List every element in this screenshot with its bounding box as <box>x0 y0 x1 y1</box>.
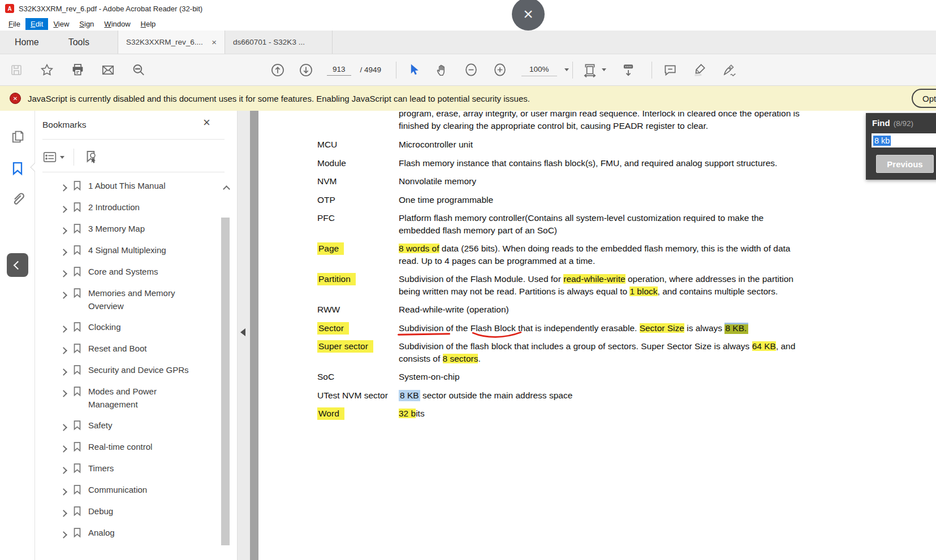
document-tab-1[interactable]: S32K3XXRM_rev_6....× <box>118 31 225 54</box>
bookmark-label[interactable]: 2 Introduction <box>88 201 140 214</box>
menu-view[interactable]: View <box>48 18 74 30</box>
collapse-panel-button[interactable] <box>7 253 28 277</box>
description-line: Read-while-write (operation) <box>399 303 509 316</box>
options-button[interactable]: Options <box>912 89 936 108</box>
warning-error-icon: ✕ <box>10 93 21 104</box>
page-scrolling-icon[interactable] <box>621 63 636 77</box>
menu-sign[interactable]: Sign <box>74 18 99 30</box>
expand-chevron-icon[interactable] <box>61 487 66 497</box>
next-page-icon[interactable] <box>299 63 313 77</box>
bookmark-label[interactable]: Reset and Boot <box>88 342 146 355</box>
find-current-bookmark-icon[interactable] <box>83 149 99 165</box>
bookmark-label[interactable]: 3 Memory Map <box>88 222 145 235</box>
bookmark-item[interactable]: Memories and Memory Overview <box>61 286 214 312</box>
document-tab-2[interactable]: ds660701 - S32K3 ... <box>225 31 333 54</box>
bookmark-item[interactable]: Safety <box>61 419 214 432</box>
bookmark-item[interactable]: Clocking <box>61 320 214 334</box>
bookmark-label[interactable]: 4 Signal Multiplexing <box>88 244 166 257</box>
bookmark-item[interactable]: Modes and Power Management <box>61 385 214 411</box>
tab-close-icon[interactable]: × <box>212 38 217 46</box>
expand-chevron-icon[interactable] <box>61 324 66 334</box>
print-icon[interactable] <box>70 63 85 77</box>
bookmark-label[interactable]: 1 About This Manual <box>88 179 165 192</box>
definition-row: UTest NVM sector8 KB sector outside the … <box>317 389 795 402</box>
tab-tools[interactable]: Tools <box>54 31 104 54</box>
bookmark-label[interactable]: Analog <box>88 526 115 539</box>
bookmarks-scrollbar-thumb[interactable] <box>221 218 230 545</box>
bookmark-item[interactable]: 4 Signal Multiplexing <box>61 244 214 257</box>
bookmark-label[interactable]: Real-time control <box>88 440 152 453</box>
bookmark-label[interactable]: Security and Device GPRs <box>88 363 189 376</box>
attachments-icon[interactable] <box>10 191 25 207</box>
menu-window[interactable]: Window <box>99 18 135 30</box>
bookmark-options-icon[interactable] <box>42 150 64 164</box>
expand-chevron-icon[interactable] <box>61 529 66 540</box>
definition-row: Word32 bits <box>317 407 795 420</box>
bookmark-label[interactable]: Clocking <box>88 320 121 333</box>
expand-chevron-icon[interactable] <box>61 367 66 377</box>
expand-chevron-icon[interactable] <box>61 225 66 236</box>
bookmark-label[interactable]: Debug <box>88 505 113 518</box>
current-page-input[interactable]: 913 <box>327 64 351 76</box>
panel-splitter[interactable] <box>238 111 250 560</box>
expand-chevron-icon[interactable] <box>61 204 66 214</box>
find-previous-button[interactable]: Previous <box>876 155 934 173</box>
expand-chevron-icon[interactable] <box>61 290 66 300</box>
bookmark-item[interactable]: Analog <box>61 526 214 540</box>
fill-sign-icon[interactable] <box>722 63 736 77</box>
close-panel-icon[interactable]: × <box>203 116 210 129</box>
bookmark-item[interactable]: Timers <box>61 462 214 475</box>
previous-page-icon[interactable] <box>270 63 285 77</box>
highlighter-icon[interactable] <box>692 63 707 77</box>
menu-help[interactable]: Help <box>136 18 161 30</box>
fit-dropdown-caret[interactable] <box>602 68 606 71</box>
expand-chevron-icon[interactable] <box>61 183 66 193</box>
zoom-level-value[interactable]: 100% <box>521 63 557 76</box>
zoom-dropdown-caret[interactable] <box>564 68 569 71</box>
email-icon[interactable] <box>101 63 115 77</box>
expand-chevron-icon[interactable] <box>61 345 66 355</box>
menu-edit[interactable]: Edit <box>25 18 48 30</box>
expand-chevron-icon[interactable] <box>61 422 66 432</box>
bookmarks-panel-icon[interactable] <box>10 160 25 176</box>
page-thumbnails-icon[interactable] <box>10 129 25 145</box>
bookmark-item[interactable]: 1 About This Manual <box>61 179 214 193</box>
bookmark-item[interactable]: Security and Device GPRs <box>61 363 214 377</box>
save-icon[interactable] <box>9 63 24 77</box>
menu-file[interactable]: File <box>3 18 25 30</box>
bookmark-label[interactable]: Memories and Memory Overview <box>88 286 204 312</box>
hand-tool-icon[interactable] <box>435 63 450 77</box>
bookmark-item[interactable]: Core and Systems <box>61 265 214 279</box>
hide-panel-arrow-icon[interactable] <box>240 328 245 336</box>
expand-chevron-icon[interactable] <box>61 247 66 257</box>
bookmark-item[interactable]: Communication <box>61 483 214 497</box>
expand-chevron-icon[interactable] <box>61 268 66 279</box>
search-icon[interactable] <box>131 63 146 77</box>
bookmark-label[interactable]: Communication <box>88 483 147 496</box>
bookmark-label[interactable]: Safety <box>88 419 113 432</box>
bookmarks-toolbar <box>42 146 99 168</box>
expand-chevron-icon[interactable] <box>61 388 66 398</box>
bookmark-item[interactable]: Real-time control <box>61 440 214 454</box>
bookmark-item[interactable]: 3 Memory Map <box>61 222 214 236</box>
tab-home[interactable]: Home <box>0 31 54 54</box>
zoom-out-icon[interactable] <box>464 63 478 77</box>
definition-row: OTPOne time programmable <box>317 194 795 206</box>
expand-chevron-icon[interactable] <box>61 508 66 518</box>
fit-width-icon[interactable] <box>583 63 597 77</box>
expand-chevron-icon[interactable] <box>61 465 66 475</box>
comment-icon[interactable] <box>663 63 678 77</box>
bookmark-label[interactable]: Modes and Power Management <box>88 385 204 411</box>
zoom-in-icon[interactable] <box>493 63 507 77</box>
bookmark-item[interactable]: 2 Introduction <box>61 201 214 214</box>
find-search-input[interactable]: 8 kb <box>872 133 936 147</box>
scroll-up-arrow[interactable] <box>222 184 231 193</box>
bookmark-item[interactable]: Debug <box>61 505 214 518</box>
select-tool-icon[interactable] <box>406 63 421 77</box>
bookmark-item[interactable]: Reset and Boot <box>61 342 214 355</box>
expand-chevron-icon[interactable] <box>61 444 66 454</box>
star-icon[interactable] <box>40 63 54 77</box>
definition-term: Super sector <box>317 340 399 364</box>
bookmark-label[interactable]: Core and Systems <box>88 265 158 278</box>
bookmark-label[interactable]: Timers <box>88 462 114 475</box>
